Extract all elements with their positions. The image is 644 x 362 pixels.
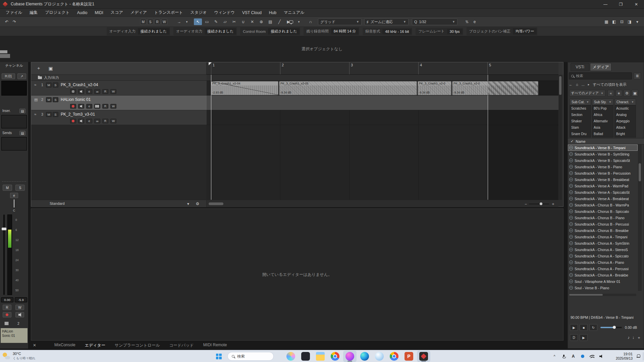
- draw-tool[interactable]: ✎: [212, 18, 220, 25]
- track-row-instrument-2[interactable]: ▤ 2 M S HALion Sonic 01 e R W: [31, 96, 207, 110]
- channel-solo-button[interactable]: S: [15, 185, 25, 191]
- monitor-button[interactable]: [78, 119, 84, 123]
- copilot-icon[interactable]: [284, 351, 298, 362]
- track-mute-button[interactable]: M: [46, 82, 52, 87]
- gear-icon[interactable]: ⚙: [194, 200, 201, 207]
- write-automation-button[interactable]: W: [15, 305, 24, 310]
- tab-chord-pads[interactable]: コードパッド: [169, 343, 194, 348]
- comment-dropdown-icon[interactable]: [288, 18, 294, 25]
- media-type-dropdown[interactable]: すべてのメディア ▼: [569, 90, 605, 97]
- list-view-icon[interactable]: ≣: [634, 72, 641, 79]
- menu-item[interactable]: トランスポート: [151, 9, 187, 16]
- io-folder-track[interactable]: 入力/出力: [31, 75, 207, 81]
- onedrive-icon[interactable]: [580, 355, 585, 358]
- peak-value[interactable]: -5.9: [15, 297, 27, 302]
- track-list-empty-area[interactable]: [31, 125, 207, 200]
- preview-volume-slider[interactable]: [600, 327, 622, 328]
- global-state-button[interactable]: M: [140, 19, 146, 25]
- auto-scroll-dropdown-icon[interactable]: ▾: [183, 18, 190, 25]
- phone-link-icon[interactable]: [373, 351, 386, 362]
- add-icon[interactable]: ＋: [637, 335, 641, 341]
- pan-slider[interactable]: [14, 199, 14, 207]
- preview-loop-button[interactable]: ↻: [589, 324, 597, 331]
- insert-bypass-icon[interactable]: ∞: [94, 119, 100, 123]
- scrollbar-thumb[interactable]: [569, 294, 603, 296]
- preset-export-icon[interactable]: ↗: [17, 73, 26, 79]
- track-visibility-icon[interactable]: ▣: [47, 65, 54, 72]
- filter-value[interactable]: Ballad: [592, 131, 613, 137]
- record-arm-button[interactable]: [70, 119, 76, 123]
- chevron-down-icon[interactable]: ▾: [185, 200, 192, 207]
- filter-column-header-subcat[interactable]: Sub Cat. ▼: [570, 99, 591, 105]
- dropdown-caret-icon[interactable]: ▾: [296, 18, 302, 25]
- global-state-button[interactable]: W: [161, 19, 167, 25]
- filter-value[interactable]: Bright: [615, 131, 636, 137]
- inserts-slot-box[interactable]: [1, 115, 27, 128]
- filter-value[interactable]: Snare Dru: [570, 131, 591, 137]
- range-selection-tool[interactable]: ▭: [203, 18, 211, 25]
- media-list-item[interactable]: SoundtrackA - Chorus A - Breakbe: [568, 272, 638, 278]
- undo-icon[interactable]: ↶: [3, 18, 10, 25]
- media-list-item[interactable]: SoundtrackA - Chorus A - StereoS: [568, 246, 638, 253]
- status-segment[interactable]: 録音形式 48 kHz - 16 bit: [363, 28, 412, 35]
- instrument-keys-icon[interactable]: [94, 104, 100, 109]
- tab-vsti[interactable]: VSTi: [571, 63, 589, 71]
- track-name[interactable]: PK_3_Crash1_v2-04: [61, 82, 98, 87]
- auto-scroll-icon[interactable]: →: [176, 18, 182, 25]
- global-state-button[interactable]: S: [147, 19, 153, 25]
- media-list-item[interactable]: SoundtrackA - Verse A - SpiccatoSt: [568, 189, 638, 195]
- media-list-item[interactable]: SoundtrackA - Verse B - Piano: [568, 164, 638, 170]
- preview-stop-button[interactable]: ■: [580, 324, 588, 331]
- media-list-item[interactable]: SoundtrackA - Chorus A - Spiccato: [568, 253, 638, 259]
- maximize-button[interactable]: ❐: [613, 0, 629, 8]
- track-name[interactable]: HALion Sonic 01: [61, 97, 91, 102]
- status-segment[interactable]: Control Room 接続されました: [240, 27, 300, 36]
- weather-widget[interactable]: 30°C くもり時々晴れ: [3, 352, 35, 360]
- track-mute-button[interactable]: M: [46, 97, 52, 102]
- filter-value[interactable]: Scratches: [570, 106, 591, 112]
- iterative-quantize-icon[interactable]: ％: [464, 18, 470, 25]
- notification-bell-icon[interactable]: [637, 354, 640, 358]
- home-icon[interactable]: ⌂: [576, 82, 578, 86]
- menu-item[interactable]: メディア: [127, 9, 151, 16]
- powerpoint-icon[interactable]: P: [402, 351, 416, 362]
- wifi-icon[interactable]: [590, 355, 594, 358]
- open-mediabay-icon[interactable]: ▣: [632, 90, 638, 97]
- media-list-item[interactable]: SoundtrackA - Chorus B - Breakbe: [568, 227, 638, 234]
- zoom-in-icon[interactable]: ＋: [551, 201, 555, 207]
- edit-channel-button[interactable]: e: [10, 193, 18, 198]
- scrollbar-thumb[interactable]: [639, 163, 641, 181]
- filter-value[interactable]: Section: [570, 112, 591, 118]
- filter-value[interactable]: Slam: [570, 125, 591, 131]
- audio-event[interactable]: PK_3_Crash1_v2-0 -9.34 dB: [418, 81, 451, 95]
- read-automation-button[interactable]: R: [3, 305, 11, 310]
- dark-app-icon[interactable]: [299, 351, 312, 362]
- track-preset-value[interactable]: Standard: [50, 201, 65, 205]
- tab-sampler-control[interactable]: サンプラーコントロール: [115, 343, 160, 348]
- close-lower-zone-icon[interactable]: ✕: [33, 343, 36, 348]
- media-list-item[interactable]: SoundtrackA - Chorus B - Percussi: [568, 221, 638, 227]
- zoom-slider-handle[interactable]: [540, 202, 542, 205]
- media-list-item[interactable]: Soul - Vibraphone A Minor 01: [568, 278, 638, 285]
- track-solo-button[interactable]: S: [53, 112, 58, 117]
- results-name-header[interactable]: ✓ Name: [568, 138, 644, 144]
- status-segment[interactable]: 残り録音時間 84 時間 14 分: [304, 27, 359, 36]
- audio-event[interactable]: PK_3_Crash1_v2-05 -9.34 dB: [279, 81, 417, 95]
- menu-item[interactable]: スコア: [107, 9, 127, 16]
- track-name[interactable]: PK_2_Tom3_v3-01: [61, 112, 95, 117]
- object-selection-tool[interactable]: ↖: [194, 18, 202, 25]
- grid-type-dropdown[interactable]: グリッド ▼: [318, 18, 362, 25]
- media-list-item[interactable]: SoundtrackA - Verse A - WarmPad: [568, 183, 638, 189]
- filter-column-header-character[interactable]: Charact. ▼: [614, 99, 636, 105]
- filter-value[interactable]: Shaker: [570, 118, 591, 125]
- edit-channel-button[interactable]: e: [86, 119, 92, 123]
- filter-value[interactable]: Arpeggio: [615, 118, 636, 125]
- preview-play-button[interactable]: ▶: [570, 324, 578, 331]
- status-segment[interactable]: オーディオ出力 接続されました: [173, 27, 237, 36]
- clipchamp-icon[interactable]: [343, 351, 357, 362]
- menu-item[interactable]: ウィンドウ: [211, 9, 238, 16]
- menu-item[interactable]: ファイル: [2, 9, 26, 16]
- reset-filter-icon[interactable]: «: [607, 90, 614, 97]
- fader-groove[interactable]: [3, 215, 5, 295]
- horizontal-scrollbar[interactable]: − ＋: [207, 200, 558, 207]
